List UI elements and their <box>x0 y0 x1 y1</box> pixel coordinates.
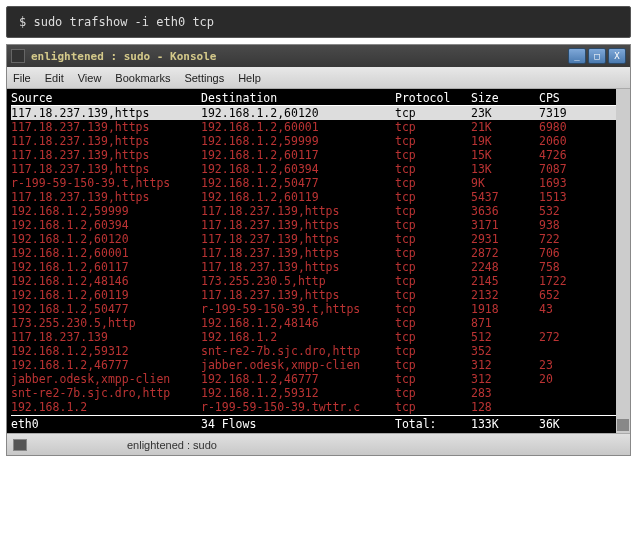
table-row[interactable]: 192.168.1.2,60119117.18.237.139,httpstcp… <box>11 288 624 302</box>
cell-src: 192.168.1.2,59999 <box>11 204 201 218</box>
cell-cps: 7319 <box>539 106 595 120</box>
table-row[interactable]: snt-re2-7b.sjc.dro,http192.168.1.2,59312… <box>11 386 624 400</box>
menu-view[interactable]: View <box>78 72 102 84</box>
footer-total-size: 133K <box>471 417 539 431</box>
cell-dst: 173.255.230.5,http <box>201 274 395 288</box>
table-row[interactable]: 173.255.230.5,http192.168.1.2,48146tcp87… <box>11 316 624 330</box>
status-text: enlightened : sudo <box>127 439 217 451</box>
table-row[interactable]: 117.18.237.139,https192.168.1.2,60001tcp… <box>11 120 624 134</box>
cell-proto: tcp <box>395 106 471 120</box>
table-row[interactable]: 192.168.1.2,60117117.18.237.139,httpstcp… <box>11 260 624 274</box>
cell-proto: tcp <box>395 134 471 148</box>
cell-size: 2132 <box>471 288 539 302</box>
table-row[interactable]: 192.168.1.2,48146173.255.230.5,httptcp21… <box>11 274 624 288</box>
menu-bookmarks[interactable]: Bookmarks <box>115 72 170 84</box>
table-header: Source Destination Protocol Size CPS <box>11 91 624 106</box>
table-row[interactable]: 117.18.237.139,https192.168.1.2,60117tcp… <box>11 148 624 162</box>
cell-proto: tcp <box>395 344 471 358</box>
tab-icon[interactable] <box>13 439 27 451</box>
cell-size: 3171 <box>471 218 539 232</box>
table-row[interactable]: 192.168.1.2,60394117.18.237.139,httpstcp… <box>11 218 624 232</box>
cell-size: 3636 <box>471 204 539 218</box>
cell-cps: 272 <box>539 330 595 344</box>
table-row[interactable]: 117.18.237.139,https192.168.1.2,60394tcp… <box>11 162 624 176</box>
table-row[interactable]: 117.18.237.139,https192.168.1.2,59999tcp… <box>11 134 624 148</box>
cell-src: 192.168.1.2,48146 <box>11 274 201 288</box>
cell-dst: 192.168.1.2,60001 <box>201 120 395 134</box>
minimize-button[interactable]: _ <box>568 48 586 64</box>
cell-size: 2145 <box>471 274 539 288</box>
cell-dst: 192.168.1.2,48146 <box>201 316 395 330</box>
table-row[interactable]: 117.18.237.139192.168.1.2tcp512272 <box>11 330 624 344</box>
cell-size: 23K <box>471 106 539 120</box>
maximize-button[interactable]: □ <box>588 48 606 64</box>
terminal-output[interactable]: Source Destination Protocol Size CPS 117… <box>7 89 630 433</box>
table-row[interactable]: 192.168.1.2,60001117.18.237.139,httpstcp… <box>11 246 624 260</box>
cell-dst: 192.168.1.2,59312 <box>201 386 395 400</box>
menu-help[interactable]: Help <box>238 72 261 84</box>
cell-cps: 20 <box>539 372 595 386</box>
cell-dst: snt-re2-7b.sjc.dro,http <box>201 344 395 358</box>
table-row[interactable]: 117.18.237.139,https192.168.1.2,60119tcp… <box>11 190 624 204</box>
cell-dst: 117.18.237.139,https <box>201 288 395 302</box>
footer-iface: eth0 <box>11 417 201 431</box>
menu-edit[interactable]: Edit <box>45 72 64 84</box>
cell-cps: 722 <box>539 232 595 246</box>
scrollbar-thumb[interactable] <box>617 419 629 431</box>
table-row[interactable]: 192.168.1.2r-199-59-150-39.twttr.ctcp128 <box>11 400 624 414</box>
cell-size: 352 <box>471 344 539 358</box>
cell-dst: 117.18.237.139,https <box>201 218 395 232</box>
cell-dst: 192.168.1.2,60120 <box>201 106 395 120</box>
cell-size: 9K <box>471 176 539 190</box>
menu-file[interactable]: File <box>13 72 31 84</box>
table-row[interactable]: 192.168.1.2,59312snt-re2-7b.sjc.dro,http… <box>11 344 624 358</box>
cell-cps: 6980 <box>539 120 595 134</box>
col-destination: Destination <box>201 91 395 105</box>
cell-proto: tcp <box>395 358 471 372</box>
window-title: enlightened : sudo - Konsole <box>31 50 568 63</box>
cell-src: 117.18.237.139 <box>11 330 201 344</box>
cell-proto: tcp <box>395 120 471 134</box>
statusbar: enlightened : sudo <box>7 433 630 455</box>
menubar: File Edit View Bookmarks Settings Help <box>7 67 630 89</box>
footer-total-cps: 36K <box>539 417 595 431</box>
cell-cps <box>539 400 595 414</box>
cell-proto: tcp <box>395 162 471 176</box>
cell-cps: 4726 <box>539 148 595 162</box>
table-row[interactable]: 192.168.1.2,59999117.18.237.139,httpstcp… <box>11 204 624 218</box>
cell-proto: tcp <box>395 274 471 288</box>
cell-cps: 652 <box>539 288 595 302</box>
cell-src: 192.168.1.2,50477 <box>11 302 201 316</box>
cell-cps: 43 <box>539 302 595 316</box>
table-row[interactable]: 192.168.1.2,50477r-199-59-150-39.t,https… <box>11 302 624 316</box>
table-row[interactable]: r-199-59-150-39.t,https192.168.1.2,50477… <box>11 176 624 190</box>
cell-size: 13K <box>471 162 539 176</box>
cell-cps <box>539 316 595 330</box>
table-row[interactable]: 192.168.1.2,46777jabber.odesk,xmpp-clien… <box>11 358 624 372</box>
cell-proto: tcp <box>395 386 471 400</box>
cell-src: 192.168.1.2,60120 <box>11 232 201 246</box>
cell-src: 192.168.1.2,46777 <box>11 358 201 372</box>
cell-src: snt-re2-7b.sjc.dro,http <box>11 386 201 400</box>
cell-cps: 1513 <box>539 190 595 204</box>
cell-src: r-199-59-150-39.t,https <box>11 176 201 190</box>
titlebar[interactable]: enlightened : sudo - Konsole _ □ X <box>7 45 630 67</box>
table-row[interactable]: 192.168.1.2,60120117.18.237.139,httpstcp… <box>11 232 624 246</box>
menu-settings[interactable]: Settings <box>184 72 224 84</box>
cell-cps: 2060 <box>539 134 595 148</box>
table-row[interactable]: jabber.odesk,xmpp-clien192.168.1.2,46777… <box>11 372 624 386</box>
cell-cps: 938 <box>539 218 595 232</box>
cell-cps: 23 <box>539 358 595 372</box>
scrollbar[interactable] <box>616 89 630 433</box>
cell-proto: tcp <box>395 330 471 344</box>
cell-dst: 192.168.1.2,60394 <box>201 162 395 176</box>
cell-proto: tcp <box>395 204 471 218</box>
cell-cps: 7087 <box>539 162 595 176</box>
cell-size: 128 <box>471 400 539 414</box>
table-row[interactable]: 117.18.237.139,https192.168.1.2,60120tcp… <box>11 106 624 120</box>
cell-src: 117.18.237.139,https <box>11 148 201 162</box>
cell-cps <box>539 344 595 358</box>
cell-size: 15K <box>471 148 539 162</box>
cell-size: 2248 <box>471 260 539 274</box>
close-button[interactable]: X <box>608 48 626 64</box>
